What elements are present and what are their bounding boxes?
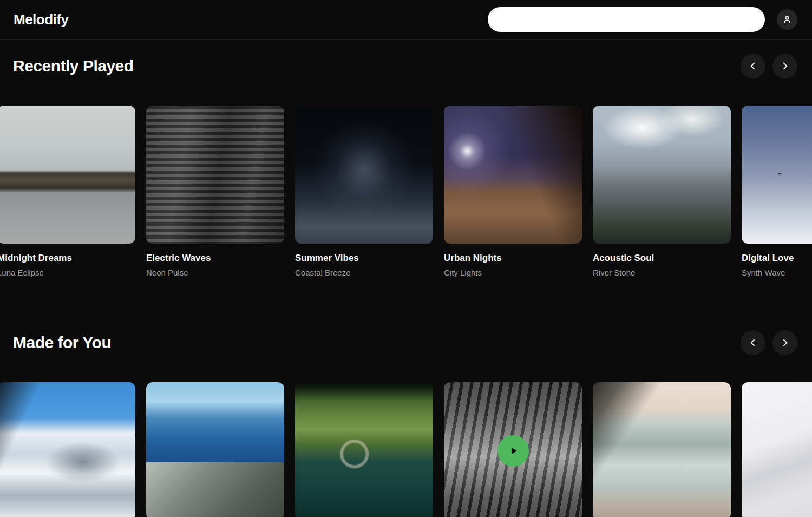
carousel-next-button[interactable] bbox=[772, 54, 797, 78]
album-art bbox=[593, 382, 731, 517]
card-row: Midnight Dreams Luna Eclipse Electric Wa… bbox=[0, 106, 812, 278]
carousel-controls bbox=[741, 54, 797, 78]
card-subtitle: River Stone bbox=[593, 267, 731, 278]
card-row: Chill Mix Your Daily Mix Discover Weekly… bbox=[0, 382, 812, 517]
chevron-right-icon bbox=[780, 337, 790, 348]
app-title: Melodify bbox=[14, 11, 68, 28]
section-made-for-you: Made for You Chill Mix Your Daily Mix Di… bbox=[0, 319, 812, 517]
carousel-prev-button[interactable] bbox=[741, 330, 765, 355]
section-title: Made for You bbox=[13, 333, 111, 352]
playlist-card[interactable]: Summer Vibes Coastal Breeze bbox=[295, 106, 433, 278]
card-subtitle: Neon Pulse bbox=[146, 267, 284, 278]
playlist-card[interactable]: Electric Waves Neon Pulse bbox=[146, 106, 284, 278]
card-title: Midnight Dreams bbox=[0, 252, 135, 264]
card-subtitle: Coastal Breeze bbox=[295, 267, 433, 278]
album-art bbox=[146, 106, 284, 244]
playlist-card[interactable]: Release Radar New Music Friday bbox=[295, 382, 433, 517]
chevron-right-icon bbox=[780, 61, 790, 71]
carousel-next-button[interactable] bbox=[772, 330, 797, 355]
album-art bbox=[742, 382, 812, 517]
album-art bbox=[146, 382, 284, 517]
card-title: Acoustic Soul bbox=[593, 252, 731, 264]
search-input[interactable] bbox=[488, 7, 765, 32]
chevron-left-icon bbox=[748, 61, 758, 71]
card-title: Electric Waves bbox=[146, 252, 284, 264]
card-title: Summer Vibes bbox=[295, 252, 433, 264]
card-subtitle: Luna Eclipse bbox=[0, 267, 135, 278]
playlist-card[interactable]: Focus Flow Concentration Mix bbox=[593, 382, 731, 517]
playlist-card[interactable]: Liked Songs Your Collection bbox=[444, 382, 582, 517]
album-art bbox=[295, 106, 433, 244]
playlist-card[interactable]: Digital Love Synth Wave bbox=[742, 106, 812, 278]
playlist-card[interactable]: Discover Weekly Personalized Playlist bbox=[146, 382, 284, 517]
app-header: Melodify bbox=[0, 0, 812, 40]
album-art bbox=[0, 106, 135, 244]
user-icon bbox=[782, 14, 793, 25]
playlist-card[interactable]: Chill Mix Your Daily Mix bbox=[0, 382, 135, 517]
card-subtitle: Synth Wave bbox=[742, 267, 812, 278]
card-title: Urban Nights bbox=[444, 252, 582, 264]
play-button[interactable] bbox=[497, 435, 529, 467]
section-recently-played: Recently Played Midnight Dreams Luna Ecl… bbox=[0, 43, 812, 278]
carousel-prev-button[interactable] bbox=[741, 54, 765, 78]
card-subtitle: City Lights bbox=[444, 267, 582, 278]
album-art bbox=[444, 106, 582, 244]
card-title: Digital Love bbox=[742, 252, 812, 264]
chevron-left-icon bbox=[748, 337, 758, 348]
album-art bbox=[593, 106, 731, 244]
section-title: Recently Played bbox=[13, 56, 134, 76]
playlist-card[interactable]: Urban Nights City Lights bbox=[444, 106, 582, 278]
play-icon bbox=[506, 444, 520, 458]
album-art bbox=[444, 382, 582, 517]
profile-button[interactable] bbox=[777, 9, 797, 30]
album-art bbox=[295, 382, 433, 517]
album-art bbox=[742, 106, 812, 244]
album-art bbox=[0, 382, 135, 517]
playlist-card[interactable]: Workout Energy Fitness Beats bbox=[742, 382, 812, 517]
playlist-card[interactable]: Midnight Dreams Luna Eclipse bbox=[0, 106, 135, 278]
playlist-card[interactable]: Acoustic Soul River Stone bbox=[593, 106, 731, 278]
carousel-controls bbox=[741, 330, 797, 355]
